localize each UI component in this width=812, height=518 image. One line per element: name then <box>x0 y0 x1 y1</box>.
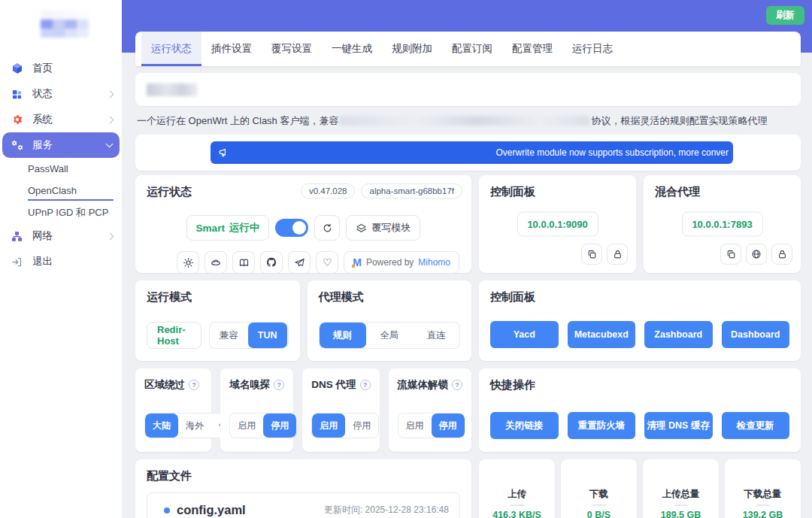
control-panel-address[interactable]: 10.0.0.1:9090 <box>517 212 598 237</box>
stat-divider <box>674 504 688 506</box>
announcement-banner[interactable]: Overwrite module now supports subscripti… <box>211 141 733 164</box>
config-file-name: config.yaml <box>177 503 246 517</box>
copy-button[interactable] <box>720 244 741 265</box>
config-file-row[interactable]: config.yaml 更新时间: 2025-12-28 23:16:48 <box>147 492 460 518</box>
globe-button[interactable] <box>746 244 767 265</box>
page-title-blurred <box>147 83 198 96</box>
sidebar-item-label: 网络 <box>32 229 53 243</box>
help-icon[interactable]: ? <box>452 380 462 390</box>
stat-download: 下载 0 B/S <box>561 459 637 518</box>
run-mode-option-compatible[interactable]: 兼容 <box>210 323 248 348</box>
lock-icon <box>777 250 787 259</box>
tab-one-key-generate[interactable]: 一键生成 <box>322 32 382 66</box>
sidebar-item-home[interactable]: 首页 <box>0 56 122 81</box>
network-sitemap-icon <box>11 230 23 243</box>
dashboard-button[interactable]: Dashboard <box>722 321 790 348</box>
restart-button[interactable] <box>314 215 340 241</box>
region-option-overseas[interactable]: 海外 <box>178 413 211 438</box>
tab-overwrite-settings[interactable]: 覆写设置 <box>262 32 322 66</box>
sidebar-nav: 首页 状态 系统 服务 PassWall OpenClash UPnP IGD … <box>0 56 122 274</box>
help-icon[interactable]: ? <box>360 380 371 390</box>
stat-value: 139.2 GB <box>743 510 783 518</box>
stat-divider <box>592 504 606 506</box>
proxy-mode-option-rule[interactable]: 规则 <box>320 323 366 348</box>
zashboard-button[interactable]: Zashboard <box>644 321 713 348</box>
system-gear-icon <box>11 114 23 126</box>
powered-by-mihomo-button[interactable]: M Powered by Mihomo <box>344 251 459 274</box>
tab-run-log[interactable]: 运行日志 <box>562 32 623 66</box>
sidebar-item-status[interactable]: 状态 <box>0 81 122 107</box>
donate-button[interactable]: ♡ <box>316 251 338 274</box>
streaming-option-enable[interactable]: 启用 <box>398 413 432 438</box>
sidebar-subitem-openclash[interactable]: OpenClash <box>0 180 122 201</box>
sidebar-item-logout[interactable]: 退出 <box>0 249 122 274</box>
streaming-option-disable[interactable]: 停用 <box>432 413 465 438</box>
stat-upload-total: 上传总量 189.5 GB <box>643 459 719 518</box>
sidebar-item-label: 系统 <box>32 113 53 126</box>
globe-icon <box>751 249 762 259</box>
overwrite-module-label: 覆写模块 <box>371 221 411 235</box>
telegram-group-button[interactable] <box>205 251 227 274</box>
config-file-card: 配置文件 config.yaml 更新时间: 2025-12-28 23:16:… <box>135 459 471 518</box>
dashboards-card: 控制面板 Yacd Metacubexd Zashboard Dashboard <box>479 280 801 361</box>
refresh-button[interactable]: 刷新 <box>766 6 804 25</box>
dns-option-disable[interactable]: 停用 <box>345 413 378 438</box>
proxy-mode-option-direct[interactable]: 直连 <box>413 323 459 348</box>
theme-button[interactable] <box>177 251 199 274</box>
overwrite-module-button[interactable]: 覆写模块 <box>346 215 420 241</box>
mixed-proxy-address[interactable]: 10.0.0.1:7893 <box>681 212 762 237</box>
sniff-option-disable[interactable]: 停用 <box>263 413 296 438</box>
help-icon[interactable]: ? <box>189 380 199 390</box>
sidebar-subitem-passwall[interactable]: PassWall <box>0 158 122 180</box>
stat-divider <box>756 504 770 506</box>
card-title: 控制面板 <box>490 185 625 199</box>
sidebar-item-label: 首页 <box>32 62 53 75</box>
tab-config-manage[interactable]: 配置管理 <box>502 32 562 66</box>
docs-button[interactable] <box>232 251 255 274</box>
tab-config-subscribe[interactable]: 配置订阅 <box>442 32 502 66</box>
proxy-mode-option-global[interactable]: 全局 <box>366 323 413 348</box>
tab-plugin-settings[interactable]: 插件设置 <box>201 32 262 66</box>
config-updated-time: 更新时间: 2025-12-28 23:16:48 <box>324 504 449 516</box>
quick-actions-card: 快捷操作 关闭链接 重置防火墙 清理 DNS 缓存 检查更新 <box>479 368 801 452</box>
dns-proxy-segmented: 启用 停用 <box>311 413 379 438</box>
check-update-button[interactable]: 检查更新 <box>722 412 790 439</box>
telegram-channel-button[interactable] <box>288 251 311 274</box>
run-mode-option-tun[interactable]: TUN <box>248 323 287 348</box>
copy-icon <box>587 250 597 259</box>
mihomo-logo: M <box>353 256 362 268</box>
refresh-icon <box>322 223 333 234</box>
github-button[interactable] <box>260 251 283 274</box>
sidebar-item-system[interactable]: 系统 <box>0 107 122 132</box>
close-connections-button[interactable]: 关闭链接 <box>490 412 559 439</box>
metacubexd-button[interactable]: Metacubexd <box>568 321 636 348</box>
copy-button[interactable] <box>581 244 602 265</box>
main-content: 一个运行在 OpenWrt 上的 Clash 客户端，兼容协议，根据灵活的规则配… <box>122 53 812 518</box>
tab-run-status[interactable]: 运行状态 <box>141 32 201 66</box>
mihomo-brand-label: Mihomo <box>418 257 450 268</box>
region-bypass-card: 区域绕过 ? 大陆 海外 停用 <box>135 368 211 452</box>
sidebar-item-services[interactable]: 服务 <box>2 132 120 158</box>
sidebar-subitem-upnp[interactable]: UPnP IGD 和 PCP <box>0 201 122 223</box>
megaphone-icon <box>218 147 230 159</box>
status-smart-label: Smart <box>196 223 225 234</box>
stat-label: 上传总量 <box>662 488 700 501</box>
control-panel-address-card: 控制面板 10.0.0.1:9090 <box>479 175 636 273</box>
secret-button[interactable] <box>607 244 628 265</box>
dns-option-enable[interactable]: 启用 <box>312 413 345 438</box>
help-icon[interactable]: ? <box>274 380 284 390</box>
stat-value: 416.3 KB/S <box>492 510 541 518</box>
yacd-button[interactable]: Yacd <box>490 321 559 348</box>
sidebar-item-network[interactable]: 网络 <box>0 223 122 249</box>
region-option-mainland[interactable]: 大陆 <box>145 413 178 438</box>
secret-button[interactable] <box>771 244 792 265</box>
clear-dns-cache-button[interactable]: 清理 DNS 缓存 <box>644 412 713 439</box>
enable-toggle[interactable] <box>275 219 308 237</box>
streaming-unlock-card: 流媒体解锁 ? 启用 停用 <box>389 368 472 452</box>
heart-icon: ♡ <box>323 257 332 268</box>
tab-rule-append[interactable]: 规则附加 <box>382 32 442 66</box>
sniff-option-enable[interactable]: 启用 <box>230 413 263 438</box>
run-mode-option-mixed[interactable]: 混合 <box>287 323 289 348</box>
stat-download-total: 下载总量 139.2 GB <box>725 459 801 518</box>
reset-firewall-button[interactable]: 重置防火墙 <box>568 412 636 439</box>
